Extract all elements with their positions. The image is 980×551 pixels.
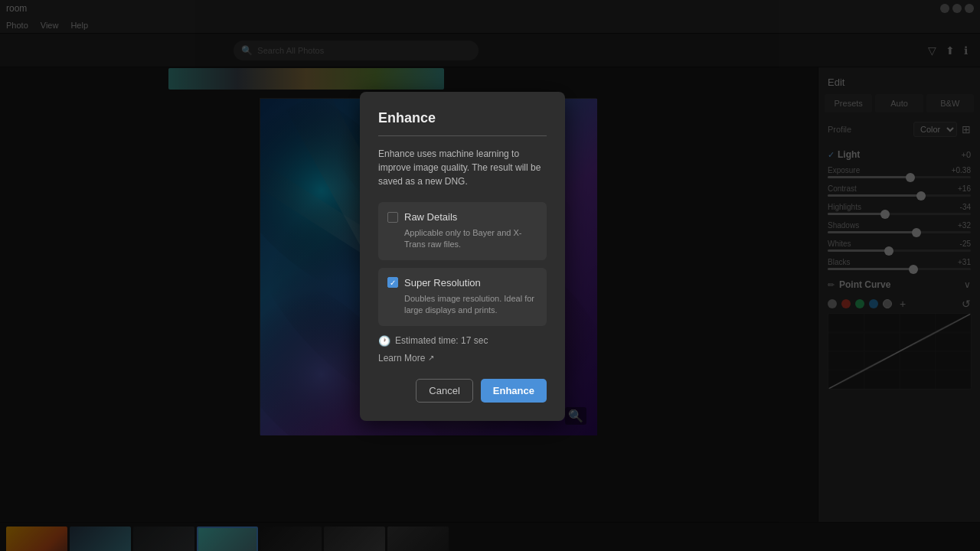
raw-details-title: Raw Details: [404, 211, 457, 223]
estimated-time-label: Estimated time: 17 sec: [395, 335, 488, 346]
clock-icon: 🕐: [378, 335, 390, 347]
estimated-time: 🕐 Estimated time: 17 sec: [378, 335, 547, 347]
dialog-title: Enhance: [378, 110, 547, 126]
dialog-description: Enhance uses machine learning to improve…: [378, 147, 547, 188]
raw-details-desc: Applicable only to Bayer and X-Trans raw…: [387, 227, 537, 251]
super-resolution-checkbox[interactable]: ✓: [387, 277, 398, 288]
enhance-button[interactable]: Enhance: [481, 379, 547, 403]
dialog-buttons: Cancel Enhance: [378, 379, 547, 403]
learn-more-label: Learn More: [378, 353, 425, 364]
enhance-dialog: Enhance Enhance uses machine learning to…: [360, 92, 565, 421]
raw-details-section: Raw Details Applicable only to Bayer and…: [378, 202, 547, 260]
raw-details-checkbox[interactable]: [387, 212, 398, 223]
learn-more-link[interactable]: Learn More ↗: [378, 353, 547, 364]
super-resolution-title: Super Resolution: [404, 277, 481, 289]
dialog-divider: [378, 135, 547, 136]
super-resolution-section: ✓ Super Resolution Doubles image resolut…: [378, 268, 547, 326]
super-resolution-desc: Doubles image resolution. Ideal for larg…: [387, 293, 537, 317]
external-link-icon: ↗: [428, 354, 434, 362]
cancel-button[interactable]: Cancel: [416, 379, 472, 403]
dialog-overlay: Enhance Enhance uses machine learning to…: [0, 0, 980, 551]
